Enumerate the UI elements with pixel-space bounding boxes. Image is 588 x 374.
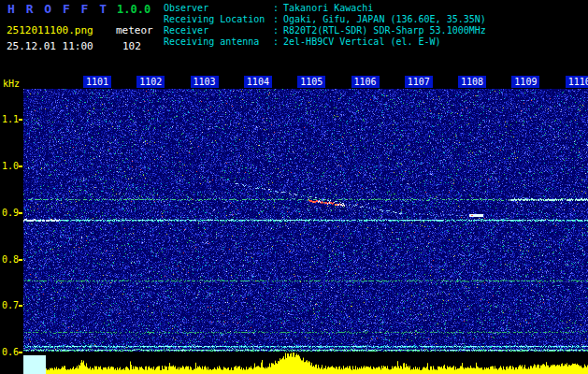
time-label-1110: 1110 — [566, 76, 588, 88]
freq-tick — [19, 119, 22, 121]
time-label-1103: 1103 — [191, 76, 219, 88]
time-label-1106: 1106 — [351, 76, 380, 88]
output-filename: 2512011100.png — [7, 24, 93, 36]
freq-tick — [19, 352, 22, 353]
hrofft-window: H R O F F T 1.0.0 2512011100.png meteor … — [0, 0, 588, 374]
freq-tick — [19, 212, 22, 214]
time-label-1104: 1104 — [244, 76, 272, 88]
freq-label-0.8: 0.8 — [2, 254, 22, 266]
info-row-observer: Observer:Takanori Kawachi — [164, 3, 486, 14]
app-version: 1.0.0 — [117, 3, 151, 16]
spectrogram-canvas — [23, 89, 588, 374]
time-label-1102: 1102 — [136, 76, 165, 88]
freq-tick — [19, 259, 22, 261]
info-value: R820T2(RTL-SDR) SDR-Sharp 53.1000MHz — [279, 25, 486, 36]
info-value: Ogaki, Gifu, JAPAN (136.60E, 35.35N) — [279, 14, 486, 24]
mode-label: meteor — [116, 24, 153, 36]
info-label: Receiving antenna — [164, 36, 273, 48]
app-title: H R O F F T — [7, 2, 108, 16]
info-label: Observer — [164, 3, 273, 14]
freq-label-0.9: 0.9 — [2, 208, 22, 219]
freq-label-1.0: 1.0 — [2, 161, 22, 172]
info-label: Receiving Location — [164, 14, 273, 25]
time-label-1105: 1105 — [297, 76, 325, 88]
info-value: 2el-HB9CV Vertical (el. E-W) — [279, 36, 441, 47]
datetime-label: 25.12.01 11:00 — [7, 40, 93, 52]
echo-count: 102 — [122, 40, 141, 52]
time-label-1108: 1108 — [458, 76, 486, 88]
info-row-antenna: Receiving antenna:2el-HB9CV Vertical (el… — [164, 36, 486, 48]
time-label-1101: 1101 — [83, 76, 111, 88]
freq-label-0.6: 0.6 — [2, 347, 22, 358]
time-label-1109: 1109 — [511, 76, 539, 88]
freq-label-1.1: 1.1 — [2, 114, 22, 125]
time-label-1107: 1107 — [405, 76, 433, 88]
info-value: Takanori Kawachi — [279, 3, 373, 13]
station-info: Observer:Takanori Kawachi Receiving Loca… — [164, 3, 486, 48]
y-axis-unit-label: kHz — [3, 79, 20, 89]
freq-label-0.7: 0.7 — [2, 300, 22, 311]
freq-tick — [19, 165, 22, 167]
info-label: Receiver — [164, 25, 273, 36]
info-row-location: Receiving Location:Ogaki, Gifu, JAPAN (1… — [164, 14, 486, 25]
info-row-receiver: Receiver:R820T2(RTL-SDR) SDR-Sharp 53.10… — [164, 25, 486, 36]
freq-tick — [19, 305, 22, 307]
